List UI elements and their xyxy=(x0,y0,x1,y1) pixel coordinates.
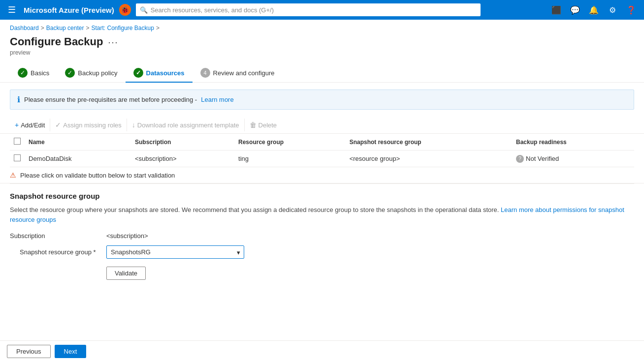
topbar: ☰ Microsoft Azure (Preview) 🐞 🔍 Search r… xyxy=(0,0,644,20)
row-checkbox-cell xyxy=(10,151,25,167)
step-review[interactable]: 4 Review and configure xyxy=(193,64,283,83)
step-policy-check: ✓ xyxy=(65,68,75,78)
step-basics[interactable]: ✓ Basics xyxy=(10,64,57,83)
table-row: DemoDataDisk <subscription> ting <resour… xyxy=(10,151,634,167)
validate-button[interactable]: Validate xyxy=(106,267,146,280)
header-checkbox-cell xyxy=(10,134,25,151)
toolbar: + Add/Edit ✓ Assign missing roles ↓ Down… xyxy=(0,117,644,134)
snapshot-rg-select[interactable]: SnapshotsRG xyxy=(106,245,244,259)
footer: Previous Next xyxy=(0,340,644,362)
search-bar[interactable]: 🔍 Search resources, services, and docs (… xyxy=(136,3,481,16)
page-more-button[interactable]: ··· xyxy=(108,37,118,48)
col-backup-readiness: Backup readiness xyxy=(512,134,634,151)
delete-button[interactable]: 🗑 Delete xyxy=(245,119,282,131)
step-datasources-check: ✓ xyxy=(133,68,143,78)
previous-button[interactable]: Previous xyxy=(7,345,51,358)
assign-roles-label: Assign missing roles xyxy=(63,121,122,129)
step-review-label: Review and configure xyxy=(213,69,275,77)
datasources-table-container: Name Subscription Resource group Snapsho… xyxy=(0,134,644,167)
col-resource-group: Resource group xyxy=(234,134,346,151)
row-subscription: <subscription> xyxy=(131,151,234,167)
breadcrumb-backup-center[interactable]: Backup center xyxy=(46,25,84,31)
settings-icon[interactable]: ⚙ xyxy=(605,2,620,18)
next-button[interactable]: Next xyxy=(55,345,87,358)
add-icon: + xyxy=(15,121,19,129)
help-icon[interactable]: ❓ xyxy=(623,2,639,18)
step-policy-label: Backup policy xyxy=(78,69,117,77)
warning-text: Please click on validate button below to… xyxy=(20,172,175,179)
step-datasources[interactable]: ✓ Datasources xyxy=(126,64,193,83)
topbar-actions: ⬛ 💬 🔔 ⚙ ❓ xyxy=(548,2,639,18)
page-subtitle: preview xyxy=(10,49,103,56)
row-backup-readiness: ? Not Verified xyxy=(512,151,634,167)
col-subscription: Subscription xyxy=(131,134,234,151)
snapshot-rg-row: Snapshot resource group * SnapshotsRG ▾ xyxy=(10,245,634,259)
not-verified-label: Not Verified xyxy=(526,155,559,162)
step-backup-policy[interactable]: ✓ Backup policy xyxy=(57,64,125,83)
assign-roles-button[interactable]: ✓ Assign missing roles xyxy=(50,119,127,131)
search-icon: 🔍 xyxy=(140,6,148,14)
page-title: Configure Backup xyxy=(10,35,103,48)
subscription-label: Subscription xyxy=(10,232,98,240)
snapshot-section: Snapshot resource group Select the resou… xyxy=(0,184,644,288)
download-label: Download role assignment template xyxy=(137,121,239,129)
snapshot-rg-select-wrapper: SnapshotsRG ▾ xyxy=(106,245,244,259)
not-verified-icon: ? xyxy=(516,155,524,163)
notification-icon[interactable]: 🔔 xyxy=(586,2,602,18)
page-header: Configure Backup preview ··· xyxy=(0,33,644,60)
row-checkbox[interactable] xyxy=(14,154,21,161)
delete-icon: 🗑 xyxy=(250,121,257,129)
subscription-value: <subscription> xyxy=(106,232,148,240)
app-title: Microsoft Azure (Preview) xyxy=(24,6,114,14)
download-template-button[interactable]: ↓ Download role assignment template xyxy=(127,119,245,131)
hamburger-icon[interactable]: ☰ xyxy=(5,2,19,17)
steps-bar: ✓ Basics ✓ Backup policy ✓ Datasources 4… xyxy=(0,60,644,83)
snapshot-section-desc: Select the resource group where your sna… xyxy=(10,205,634,224)
check-icon: ✓ xyxy=(55,121,61,129)
datasources-table: Name Subscription Resource group Snapsho… xyxy=(10,134,634,167)
search-placeholder: Search resources, services, and docs (G+… xyxy=(151,6,274,14)
select-all-checkbox[interactable] xyxy=(14,138,21,145)
not-verified-container: ? Not Verified xyxy=(516,155,630,163)
info-banner: ℹ Please ensure the pre-requisites are m… xyxy=(10,90,634,110)
subscription-row: Subscription <subscription> xyxy=(10,232,634,240)
warning-icon: ⚠ xyxy=(10,171,16,179)
cloud-shell-icon[interactable]: ⬛ xyxy=(548,2,564,18)
row-resource-group: <resource group> xyxy=(346,151,512,167)
info-text: Please ensure the pre-requisites are met… xyxy=(24,96,197,103)
info-icon: ℹ xyxy=(17,95,20,104)
bug-icon: 🐞 xyxy=(119,4,131,16)
feedback-icon[interactable]: 💬 xyxy=(567,2,583,18)
col-name: Name xyxy=(25,134,131,151)
add-edit-label: Add/Edit xyxy=(21,121,45,129)
learn-more-link[interactable]: Learn more xyxy=(201,96,233,103)
breadcrumb-dashboard[interactable]: Dashboard xyxy=(10,25,39,31)
snapshot-rg-label: Snapshot resource group * xyxy=(10,248,98,256)
breadcrumb-configure-backup[interactable]: Start: Configure Backup xyxy=(91,25,154,31)
main-container: Dashboard > Backup center > Start: Confi… xyxy=(0,20,644,362)
delete-label: Delete xyxy=(258,121,277,129)
warning-bar: ⚠ Please click on validate button below … xyxy=(0,167,644,183)
step-review-circle: 4 xyxy=(200,68,210,78)
row-name: DemoDataDisk xyxy=(25,151,131,167)
snapshot-section-title: Snapshot resource group xyxy=(10,192,634,200)
breadcrumb: Dashboard > Backup center > Start: Confi… xyxy=(0,20,644,33)
step-basics-check: ✓ xyxy=(18,68,28,78)
row-snapshot-rg-value: ting xyxy=(234,151,346,167)
step-datasources-label: Datasources xyxy=(146,69,185,77)
col-snapshot-rg: Snapshot resource group xyxy=(346,134,512,151)
add-edit-button[interactable]: + Add/Edit xyxy=(10,119,50,131)
download-icon: ↓ xyxy=(132,121,135,129)
step-basics-label: Basics xyxy=(31,69,49,77)
